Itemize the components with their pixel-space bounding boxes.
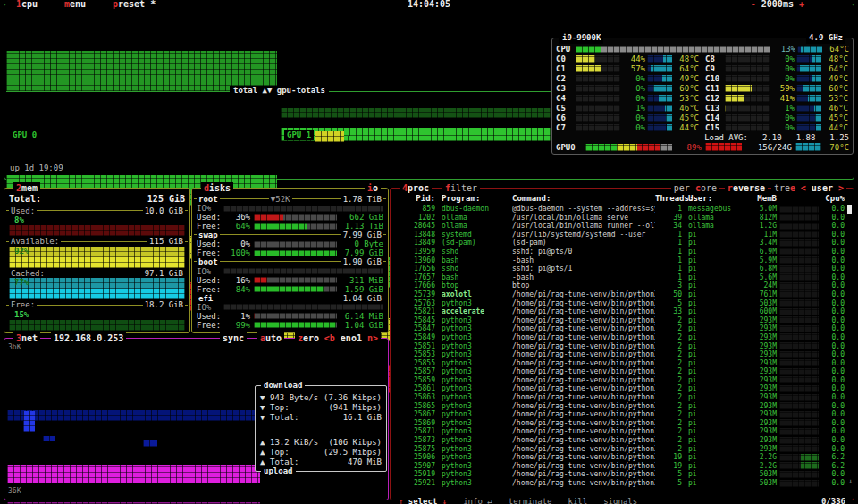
- cpu-freq-label: 4.9 GHz: [806, 32, 845, 44]
- process-cpu-graph: [779, 256, 819, 264]
- header-user[interactable]: User:: [682, 194, 741, 204]
- scroll-down-icon[interactable]: ↓: [848, 477, 853, 485]
- process-row[interactable]: 25821 accelerate /home/pi/rag-tune-venv/…: [394, 307, 845, 315]
- mem-meter-graph: 77%: [9, 278, 185, 299]
- mem-meter-percent: 92%: [14, 247, 29, 256]
- process-row[interactable]: 25867 python3 /home/pi/rag-tune-venv/bin…: [394, 410, 845, 418]
- header-pid[interactable]: Pid:: [394, 194, 435, 204]
- process-row[interactable]: 25763 python3 /home/pi/rag-tune-venv/bin…: [394, 299, 845, 307]
- proc-percore-toggle[interactable]: per-core: [671, 182, 719, 194]
- clock: 14:04:05: [405, 0, 453, 10]
- select-control[interactable]: ↑ select ↓: [396, 497, 450, 504]
- disks-io-toggle[interactable]: io: [365, 182, 381, 194]
- process-row[interactable]: 25906 python3 /home/pi/rag-tune-venv/bin…: [394, 453, 845, 461]
- graph-mode-toggle[interactable]: total ▲▼ gpu-totals: [230, 86, 329, 95]
- process-row[interactable]: 25857 python3 /home/pi/rag-tune-venv/bin…: [394, 367, 845, 375]
- rate-plus-button[interactable]: +: [799, 0, 804, 9]
- refresh-rate-control[interactable]: - 2000ms +: [748, 0, 807, 10]
- process-row[interactable]: 25873 python3 /home/pi/rag-tune-venv/bin…: [394, 436, 845, 444]
- net-download-spike: [23, 411, 35, 432]
- proc-table-header: Pid: Program: Command: Threads: User: Me…: [394, 194, 845, 204]
- proc-reverse-toggle[interactable]: reverse: [725, 182, 768, 194]
- process-row[interactable]: 25869 python3 /home/pi/rag-tune-venv/bin…: [394, 419, 845, 427]
- proc-sort-selector[interactable]: < user >: [798, 182, 846, 194]
- mem-tab[interactable]: 2mem: [13, 182, 40, 194]
- upload-title: upload: [261, 466, 296, 477]
- process-cpu-graph: [779, 385, 819, 392]
- net-sync-button[interactable]: sync: [220, 332, 247, 344]
- process-row[interactable]: 25739 axolotl /home/pi/rag-tune-venv/bin…: [394, 290, 845, 298]
- process-row[interactable]: 25849 python3 /home/pi/rag-tune-venv/bin…: [394, 333, 845, 341]
- header-cpu[interactable]: Cpu%: [821, 194, 845, 204]
- process-row[interactable]: 17656 sshd sshd: pi@pts/1 1 pi 6.8M 0.0: [394, 265, 845, 273]
- cpu-tab[interactable]: 1cpu: [13, 0, 40, 10]
- mem-box: 2mem Total:125 GiB Used:10.0 GiB 8% Avai…: [4, 188, 190, 333]
- process-row[interactable]: 25861 python3 /home/pi/rag-tune-venv/bin…: [394, 384, 845, 392]
- process-cpu-graph: [779, 428, 819, 435]
- process-row[interactable]: 17657 bash -bash 1 pi 5.6M 0.0: [394, 273, 845, 281]
- process-row[interactable]: 25875 python3 /home/pi/rag-tune-venv/bin…: [394, 445, 845, 453]
- disk-section-divider: efi1.04 GiB: [197, 294, 383, 303]
- core-temp-graph: [796, 114, 821, 122]
- process-row[interactable]: 28645 ollama /usr/local/bin/ollama runne…: [394, 222, 845, 230]
- process-list: 859 dbus-daemon @dbus-daemon --system --…: [394, 205, 845, 487]
- net-upload-graph: [7, 465, 260, 483]
- process-row[interactable]: 13960 bash -bash 1 pi 5.9M 0.0: [394, 256, 845, 265]
- process-cpu-graph: [779, 411, 819, 418]
- process-row[interactable]: 25847 python3 /home/pi/rag-tune-venv/bin…: [394, 324, 845, 332]
- cpu-total-temp-graph: [797, 46, 822, 53]
- core-row: C4 0% 53°C C12 41% 53°C: [556, 93, 849, 103]
- header-threads[interactable]: Threads:: [655, 194, 682, 204]
- process-row[interactable]: 25921 python3 /home/pi/rag-tune-venv/bin…: [394, 479, 845, 487]
- process-row[interactable]: 1202 ollama /usr/local/bin/ollama serve …: [394, 214, 845, 222]
- header-command[interactable]: Command:: [512, 194, 655, 204]
- net-auto-button[interactable]: auto: [257, 332, 284, 344]
- proc-tab[interactable]: 4proc: [400, 182, 432, 194]
- mem-meter: Free:18.2 GiB 15%: [9, 300, 185, 331]
- net-interface-switcher[interactable]: <b eno1 n>: [322, 332, 381, 344]
- process-row[interactable]: 13959 sshd sshd: pi@pts/0 1 pi 6.9M 0.0: [394, 248, 845, 256]
- process-cpu-graph: [779, 445, 819, 452]
- preset-button[interactable]: preset *: [110, 0, 158, 10]
- process-row[interactable]: 25853 python3 /home/pi/rag-tune-venv/bin…: [394, 350, 845, 358]
- process-row[interactable]: 25871 python3 /home/pi/rag-tune-venv/bin…: [394, 427, 845, 435]
- gpu0-label: GPU 0: [10, 130, 39, 140]
- gpu-status-row: GPU0 89% 15G/24G 70°C: [556, 142, 849, 152]
- kill-button[interactable]: kill: [566, 497, 591, 504]
- disks-tab[interactable]: disks: [201, 182, 233, 194]
- core-temp-graph: [647, 65, 672, 72]
- header-memb[interactable]: MemB: [741, 194, 777, 204]
- proc-scrollbar-thumb[interactable]: [847, 205, 852, 214]
- graph-notch: [299, 159, 324, 178]
- process-row[interactable]: 25865 python3 /home/pi/rag-tune-venv/bin…: [394, 402, 845, 410]
- process-cpu-graph: [779, 223, 819, 230]
- process-row[interactable]: 25919 python3 /home/pi/rag-tune-venv/bin…: [394, 470, 845, 478]
- proc-tree-toggle[interactable]: tree: [771, 182, 798, 194]
- info-button[interactable]: info ↵: [460, 497, 495, 504]
- core-temp-graph: [796, 65, 821, 72]
- core-usage-bar: [725, 95, 770, 102]
- rate-minus-button[interactable]: -: [751, 0, 756, 9]
- process-row[interactable]: 17666 btop btop 3 pi 24M 0.0: [394, 281, 845, 290]
- process-row[interactable]: 25863 python3 /home/pi/rag-tune-venv/bin…: [394, 393, 845, 401]
- process-row[interactable]: 859 dbus-daemon @dbus-daemon --system --…: [394, 205, 845, 213]
- menu-button[interactable]: menu: [62, 0, 88, 10]
- proc-filter-button[interactable]: filter: [442, 182, 480, 194]
- process-row[interactable]: 25855 python3 /home/pi/rag-tune-venv/bin…: [394, 359, 845, 367]
- process-row[interactable]: 25907 python3 /home/pi/rag-tune-venv/bin…: [394, 462, 845, 470]
- process-row[interactable]: 25859 python3 /home/pi/rag-tune-venv/bin…: [394, 376, 845, 384]
- net-zero-button[interactable]: zero: [295, 332, 322, 344]
- download-stat-row: ▼ 943 Byte/s (7.36 Kibps): [260, 392, 382, 402]
- core-usage-bar: [576, 105, 620, 112]
- process-row[interactable]: 25851 python3 /home/pi/rag-tune-venv/bin…: [394, 342, 845, 350]
- terminate-button[interactable]: terminate: [506, 497, 555, 504]
- core-usage-bar: [576, 124, 620, 131]
- process-row[interactable]: 13848 systemd /usr/lib/systemd/systemd -…: [394, 231, 845, 239]
- disk-usage-bar: [254, 322, 337, 328]
- down-arrow-icon: ▼: [260, 413, 270, 422]
- process-row[interactable]: 13849 (sd-pam) (sd-pam) 1 pi 3.4M 0.0: [394, 239, 845, 247]
- net-tab[interactable]: 3net: [13, 332, 40, 344]
- process-row[interactable]: 25845 python3 /home/pi/rag-tune-venv/bin…: [394, 316, 845, 324]
- header-program[interactable]: Program:: [435, 194, 512, 204]
- signals-button[interactable]: signals: [601, 497, 640, 504]
